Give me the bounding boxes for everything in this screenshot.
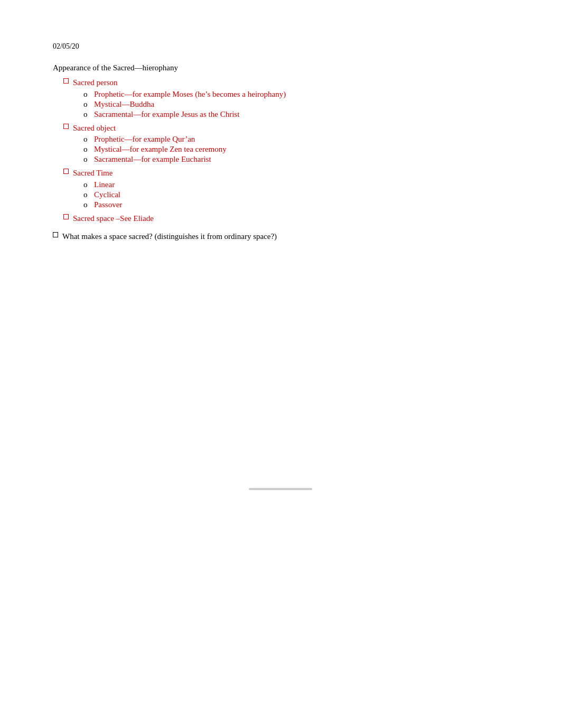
inner-list-item-0-0: oProphetic—for example Moses (he’s becom… (83, 90, 286, 99)
inner-list-item-1-2: oSacramental—for example Eucharist (83, 155, 227, 164)
inner-item-text-0-2: Sacramental—for example Jesus as the Chr… (94, 110, 239, 119)
scrollbar-hint (249, 488, 312, 490)
inner-bullet-1-1: o (83, 145, 91, 154)
question-text: What makes a space sacred? (distinguishe… (62, 231, 277, 243)
inner-item-text-2-2: Passover (94, 200, 122, 209)
inner-item-text-0-1: Mystical—Buddha (94, 100, 154, 109)
inner-bullet-2-2: o (83, 200, 91, 209)
question-item: What makes a space sacred? (distinguishe… (53, 231, 508, 243)
inner-bullet-0-2: o (83, 110, 91, 119)
inner-item-text-1-2: Sacramental—for example Eucharist (94, 155, 211, 164)
inner-list-item-0-1: oMystical—Buddha (83, 100, 286, 109)
inner-bullet-0-1: o (83, 100, 91, 109)
inner-list-item-2-1: oCyclical (83, 190, 122, 199)
inner-list-0: oProphetic—for example Moses (he’s becom… (83, 90, 286, 119)
inner-list-2: oLinearoCyclicaloPassover (83, 180, 122, 209)
inner-list-item-2-0: oLinear (83, 180, 122, 189)
outer-list-item-2: Sacred TimeoLinearoCyclicaloPassover (63, 167, 508, 210)
outer-list-item-0: Sacred personoProphetic—for example Mose… (63, 77, 508, 120)
inner-item-text-1-0: Prophetic—for example Qur’an (94, 135, 195, 144)
inner-list-item-2-2: oPassover (83, 200, 122, 209)
inner-list-item-0-2: oSacramental—for example Jesus as the Ch… (83, 110, 286, 119)
inner-bullet-0-0: o (83, 90, 91, 99)
inner-list-1: oProphetic—for example Qur’anoMystical—f… (83, 135, 227, 164)
inner-item-text-2-0: Linear (94, 180, 115, 189)
outer-list-item-3: Sacred space –See Eliade (63, 213, 508, 225)
outer-bullet-2 (63, 169, 69, 174)
outer-bullet-1 (63, 124, 69, 129)
outer-item-label-1: Sacred object (73, 124, 116, 132)
inner-bullet-2-0: o (83, 180, 91, 189)
inner-bullet-1-0: o (83, 135, 91, 144)
outer-bullet-3 (63, 214, 69, 219)
inner-list-item-1-0: oProphetic—for example Qur’an (83, 135, 227, 144)
inner-bullet-1-2: o (83, 155, 91, 164)
main-list: Sacred personoProphetic—for example Mose… (63, 77, 508, 224)
page-title: Appearance of the Sacred—hierophany (53, 63, 508, 72)
outer-item-label-2: Sacred Time (73, 169, 113, 177)
inner-list-item-1-1: oMystical—for example Zen tea ceremony (83, 145, 227, 154)
inner-item-text-1-1: Mystical—for example Zen tea ceremony (94, 145, 227, 154)
outer-item-label-3: Sacred space –See Eliade (73, 214, 154, 223)
outer-bullet-0 (63, 78, 69, 84)
outer-list-item-1: Sacred objectoProphetic—for example Qur’… (63, 122, 508, 165)
inner-item-text-0-0: Prophetic—for example Moses (he’s become… (94, 90, 286, 99)
inner-bullet-2-1: o (83, 190, 91, 199)
question-bullet (53, 232, 58, 237)
inner-item-text-2-1: Cyclical (94, 190, 120, 199)
outer-item-label-0: Sacred person (73, 78, 118, 87)
date: 02/05/20 (53, 42, 508, 51)
